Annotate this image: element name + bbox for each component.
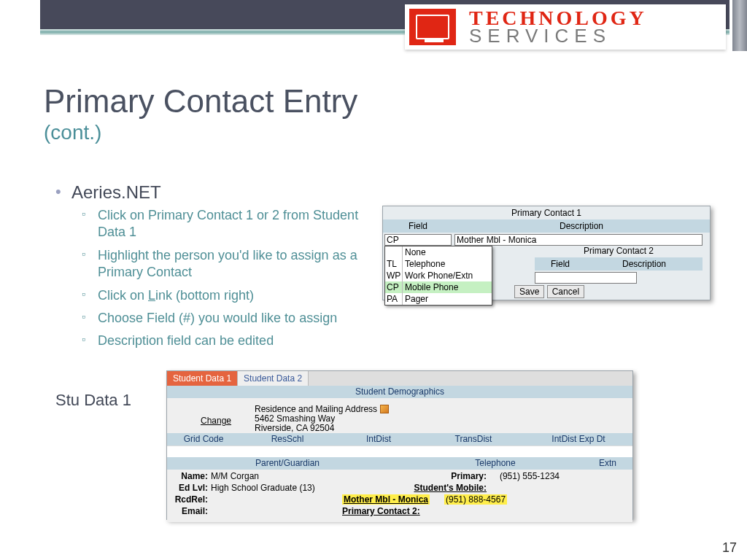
value-edlvl: High School Graduate (13): [211, 483, 315, 493]
label-email: Email:: [167, 506, 208, 516]
scrollbar-hint: [732, 0, 747, 51]
tab-student-data-1[interactable]: Student Data 1: [167, 371, 238, 386]
address-icon: [380, 405, 389, 413]
bullet-level2: Click on Link (bottom right): [55, 287, 384, 304]
label-edlvl: Ed Lvl:: [167, 483, 208, 493]
col-telephone: Telephone: [408, 457, 583, 470]
label-primary: Primary:: [399, 471, 487, 481]
value-pc1-phone: (951) 888-4567: [444, 494, 507, 505]
stu-data-1-label: Stu Data 1: [55, 391, 131, 410]
cancel-button[interactable]: Cancel: [547, 285, 584, 298]
student-data-panel: Student Data 1 Student Data 2 Student De…: [166, 370, 633, 520]
description-input-2[interactable]: [535, 272, 637, 284]
label-name: Name:: [167, 471, 208, 481]
slide-subtitle: (cont.): [44, 121, 357, 144]
change-link[interactable]: Change: [201, 416, 231, 426]
bullet-level2: Highlight the person you'd like to assig…: [55, 247, 384, 281]
bullet-level2: Click on Primary Contact 1 or 2 from Stu…: [55, 207, 384, 241]
col-gridcode: Grid Code: [167, 433, 240, 446]
bullet-list: Aeries.NET Click on Primary Contact 1 or…: [55, 182, 384, 356]
residence-mailing-label: Residence and Mailing Address: [255, 404, 389, 414]
slide-title: Primary Contact Entry: [44, 83, 357, 120]
logo-icon: [409, 9, 456, 45]
blank-data-row: [167, 446, 632, 457]
field-dropdown[interactable]: None TLTelephone WPWork Phone/Extn CPMob…: [384, 246, 492, 306]
bullet-level2: Description field can be edited: [55, 332, 384, 349]
slide-title-block: Primary Contact Entry (cont.): [44, 83, 357, 144]
col-transdist: TransDist: [422, 433, 525, 446]
field-input[interactable]: [384, 234, 452, 246]
save-button[interactable]: Save: [514, 285, 544, 298]
value-name: M/M Corgan: [211, 471, 259, 481]
col-intdist: IntDist: [335, 433, 422, 446]
description-input[interactable]: [454, 234, 703, 246]
col-field-header: Field: [383, 219, 453, 233]
logo-line2: SERVICES: [469, 27, 647, 45]
section-title: Student Demographics: [167, 386, 632, 398]
col-desc-header2: Description: [586, 257, 703, 271]
label-rcdrel: RcdRel:: [167, 494, 208, 505]
link-primary-contact-1[interactable]: Mother Mbl - Monica: [342, 494, 430, 505]
link-student-mobile[interactable]: Student's Mobile:: [370, 483, 487, 493]
link-primary-contact-2[interactable]: Primary Contact 2:: [342, 506, 459, 516]
logo-block: TECHNOLOGY SERVICES: [405, 4, 726, 50]
bullet-level2: Choose Field (#) you would like to assig…: [55, 310, 384, 327]
bullet-level1: Aeries.NET: [55, 182, 384, 203]
col-intdistexp: IntDist Exp Dt: [525, 433, 632, 446]
page-number: 17: [722, 540, 737, 556]
header-bar: TECHNOLOGY SERVICES: [0, 0, 747, 53]
primary-contact-popup: Primary Contact 1 Field Description None…: [382, 206, 711, 300]
pc1-title: Primary Contact 1: [383, 206, 710, 219]
address-text: 5462 Smashing Way Riverside, CA 92504: [255, 414, 335, 433]
col-desc-header: Description: [453, 219, 710, 233]
pc2-title: Primary Contact 2: [535, 246, 703, 256]
value-primary: (951) 555-1234: [500, 471, 560, 481]
col-field-header2: Field: [535, 257, 586, 271]
tab-student-data-2[interactable]: Student Data 2: [238, 371, 309, 386]
col-extn: Extn: [583, 457, 632, 470]
col-parent-guardian: Parent/Guardian: [167, 457, 408, 470]
col-resschl: ResSchl: [240, 433, 335, 446]
